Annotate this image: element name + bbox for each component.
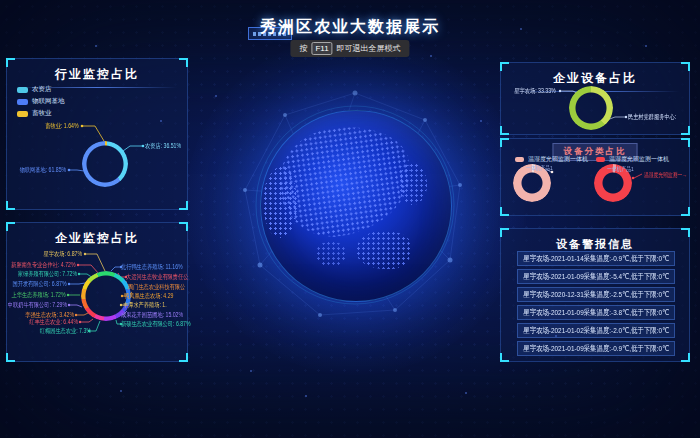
chart-label: 上华生态养殖场: 1.72%: [0, 292, 66, 299]
chart-label: 一体机产品1: [607, 166, 640, 172]
equipment-donut-chart[interactable]: [569, 86, 613, 130]
continent-dots: [399, 163, 427, 205]
f11-keycap: F11: [311, 42, 332, 55]
alarm-row[interactable]: 星宇农场-2021-01-02采集温度:-2.0℃,低于下限:0℃: [517, 323, 675, 338]
spark-dot: [430, 55, 432, 57]
chart-label: 温湿度光照监测一→: [644, 172, 698, 178]
spark-dot: [160, 120, 162, 122]
panel-enterprise-ratio: 企业监控占比: [6, 222, 188, 362]
continent-dots: [316, 241, 346, 267]
chart-label: 丰潭水产养殖场: 1.: [123, 302, 178, 309]
chart-label: 新硕生态农业有限公司: 6.87%: [121, 321, 208, 328]
chart-label: 农资店: 36.51%: [145, 143, 190, 150]
alarm-row[interactable]: 星宇农场-2021-01-09采集温度:-0.9℃,低于下限:0℃: [517, 341, 675, 356]
spark-dot: [465, 392, 467, 394]
spark-dot: [520, 28, 522, 30]
chart-label: 国开发有限公司: 6.87%: [0, 281, 67, 288]
industry-donut-chart[interactable]: [82, 141, 128, 187]
tooltip-suffix: 即可退出全屏模式: [337, 43, 401, 54]
globe: [260, 110, 452, 302]
corner-accent-icon: [500, 353, 509, 362]
alarm-row[interactable]: 星宇农场-2021-01-14采集温度:-0.9℃,低于下限:0℃: [517, 251, 675, 266]
spark-dot: [645, 45, 647, 47]
panel-device-alarms: 设备警报信息 星宇农场-2021-01-14采集温度:-0.9℃,低于下限:0℃…: [500, 228, 690, 362]
spark-dot: [120, 390, 122, 392]
alarm-row[interactable]: 星宇农场-2021-01-09采集温度:-5.4℃,低于下限:0℃: [517, 269, 675, 284]
spark-dot: [480, 120, 482, 122]
spark-dot: [250, 370, 252, 372]
panel-industry-ratio: 行业监控占比 农资店 物联网基地 畜牧业 畜牧业: 1.64% 农资店: 36.…: [6, 58, 188, 210]
chart-label: 星宇农场: 33.33%: [504, 88, 556, 95]
corner-accent-icon: [681, 353, 690, 362]
tooltip-prefix: 按: [299, 43, 307, 54]
alarm-row[interactable]: 星宇农场-2021-01-09采集温度:-3.8℃,低于下限:0℃: [517, 305, 675, 320]
fullscreen-tooltip: 按 F11 即可退出全屏模式: [290, 40, 409, 57]
panel-title: 设备警报信息: [501, 229, 689, 252]
spark-dot: [215, 95, 217, 97]
chart-label: 红梅园生态农业: 7.3%: [27, 328, 91, 335]
chart-label: 鸭凤凰生态农场: 4.29: [124, 293, 186, 300]
panel-device-category: 设备分类占比 温湿度光照监测一体机 温湿度光照监测一体机 一体机产品1 一体机产…: [500, 138, 690, 216]
chart-label: 畜牧业: 1.64%: [37, 123, 79, 130]
alarm-row[interactable]: 星宇农场-2020-12-31采集温度:-2.5℃,低于下限:0℃: [517, 287, 675, 302]
dashboard-screen: 秀洲区农业大数据展示 按 F11 即可退出全屏模式 行业监控占比 农资店 物联网…: [0, 0, 700, 438]
chart-label: 新塍南鱼专业合作社: 4.72%: [0, 262, 76, 269]
chart-label: 陶门生态农业科技有限公: [128, 284, 200, 291]
chart-label: 成果花卉园苗圃地: 15.02%: [121, 312, 199, 319]
chart-label: 中联奶牛有限公司: 7.29%: [0, 302, 67, 309]
continent-dots: [263, 166, 297, 238]
page-title: 秀洲区农业大数据展示: [260, 17, 440, 38]
chart-label: 星宇农场: 6.87%: [34, 251, 82, 258]
spark-dot: [555, 335, 557, 337]
chart-label: 民主村党群服务中心:: [628, 114, 688, 121]
chart-label: 家绿养殖有限公司: 7.72%: [3, 271, 77, 278]
continent-dots: [356, 231, 411, 269]
chart-label: 北行鸭生态养殖场: 11.16%: [121, 264, 198, 271]
chart-label: 一体机产品1: [526, 165, 559, 171]
panel-equipment-ratio: 企业设备占比 星宇农场: 33.33% 民主村党群服务中心:: [500, 62, 690, 135]
leader-lines: [7, 59, 189, 211]
spark-dot: [305, 395, 307, 397]
chart-label: 大运河生态牧业有限责任公: [126, 274, 204, 281]
chart-label: 物联网基地: 61.85%: [8, 167, 66, 174]
spark-dot: [95, 45, 97, 47]
chart-label: 红丰生态农业: 6.44%: [17, 319, 78, 326]
